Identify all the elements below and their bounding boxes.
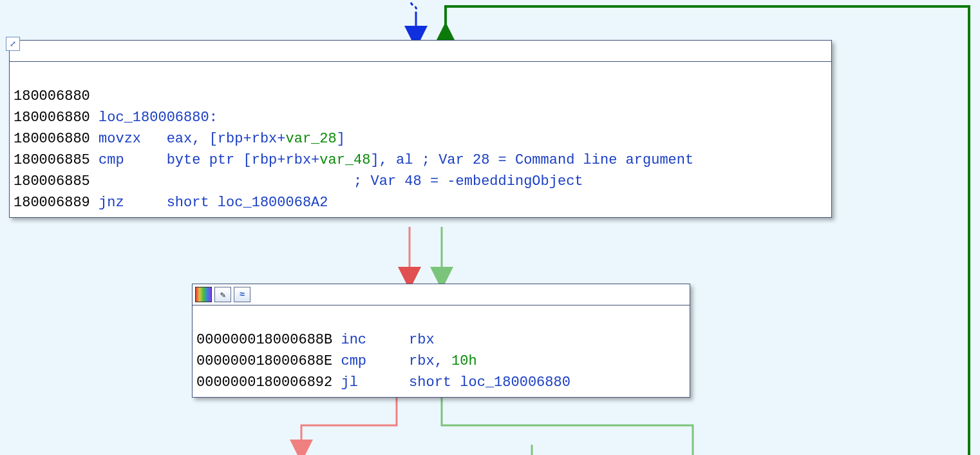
graph-icon[interactable]: ≈ [234, 287, 250, 302]
operand: byte ptr [rbp+rbx+ [167, 152, 320, 168]
addr: 180006885 [14, 152, 90, 168]
code-label: loc_180006880: [99, 110, 218, 126]
edit-icon[interactable]: ✎ [214, 287, 231, 302]
operand: rbx [409, 332, 435, 348]
addr: 180006880 [14, 110, 90, 126]
node-toolbar: ✎ ≈ [193, 284, 690, 305]
mnemonic: jl [341, 374, 357, 391]
operand: eax, [rbp+rbx+ [167, 131, 286, 147]
mnemonic: jnz [99, 195, 124, 211]
addr: 180006880 [14, 88, 90, 104]
mnemonic: cmp [99, 152, 124, 168]
operand-tail: ], al [371, 152, 413, 168]
addr: 180006880 [14, 131, 90, 147]
node-body: 180006880 180006880 loc_180006880: 18000… [10, 62, 831, 217]
collapse-icon[interactable]: ⤢ [6, 37, 20, 51]
immediate: 10h [451, 353, 477, 369]
operand: rbx, [409, 353, 451, 369]
addr: 000000018000688B [196, 332, 332, 348]
comment: ; Var 28 = Command line argument [422, 152, 693, 168]
operand-tail: ] [337, 131, 345, 147]
color-icon[interactable] [195, 287, 212, 302]
operand: short loc_1800068A2 [167, 195, 328, 211]
node-body: 000000018000688B inc rbx 000000018000688… [193, 305, 690, 397]
basic-block-2[interactable]: ✎ ≈ 000000018000688B inc rbx 00000001800… [192, 284, 690, 398]
comment: ; Var 48 = -embeddingObject [353, 173, 583, 189]
addr: 000000018000688E [196, 353, 332, 369]
variable: var_28 [286, 131, 337, 147]
mnemonic: movzx [99, 131, 141, 147]
mnemonic: cmp [341, 353, 366, 369]
basic-block-1[interactable]: ⤢ 180006880 180006880 loc_180006880: 180… [9, 40, 832, 218]
mnemonic: inc [341, 332, 366, 348]
operand: short loc_180006880 [409, 374, 570, 391]
variable: var_48 [319, 152, 370, 168]
node-header [10, 41, 831, 62]
addr: 180006889 [14, 195, 90, 211]
addr: 0000000180006892 [196, 374, 332, 391]
addr: 180006885 [14, 173, 90, 189]
